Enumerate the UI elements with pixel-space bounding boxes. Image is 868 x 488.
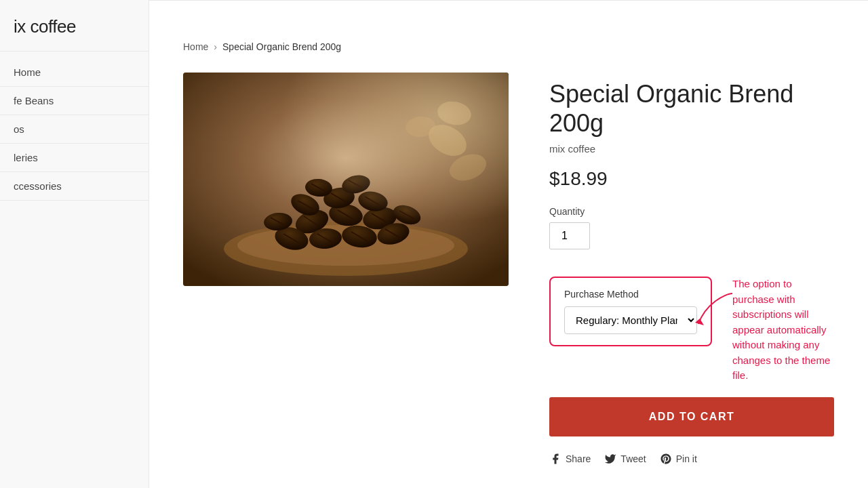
facebook-share-label: Share — [566, 453, 591, 464]
site-logo: ix coffee — [0, 0, 149, 52]
pinterest-share-link[interactable]: Pin it — [660, 453, 697, 465]
breadcrumb-current-page: Special Organic Brend 200g — [222, 41, 341, 52]
sidebar-item-accessories[interactable]: ccessories — [0, 172, 149, 201]
purchase-method-box: Purchase Method Regulary: Monthly Plan O… — [549, 277, 712, 346]
sidebar-item-home[interactable]: Home — [0, 58, 149, 87]
annotation-arrow — [692, 290, 746, 331]
product-image — [183, 73, 509, 286]
twitter-share-link[interactable]: Tweet — [604, 453, 646, 465]
breadcrumb: Home › Special Organic Brend 200g — [183, 41, 834, 52]
product-layout: Special Organic Brend 200g mix coffee $1… — [183, 73, 834, 465]
pinterest-share-label: Pin it — [676, 453, 697, 464]
product-title: Special Organic Brend 200g — [549, 79, 834, 138]
svg-rect-35 — [183, 73, 509, 286]
sidebar-item-coffee-beans[interactable]: fe Beans — [0, 87, 149, 115]
pinterest-icon — [660, 453, 672, 465]
sidebar-item-galleries[interactable]: leries — [0, 144, 149, 172]
product-vendor: mix coffee — [549, 143, 834, 155]
top-divider — [149, 0, 868, 1]
add-to-cart-button[interactable]: ADD TO CART — [549, 397, 834, 436]
breadcrumb-home-link[interactable]: Home — [183, 41, 208, 52]
twitter-share-label: Tweet — [620, 453, 646, 464]
breadcrumb-separator: › — [214, 41, 217, 52]
facebook-share-link[interactable]: Share — [549, 453, 591, 465]
sidebar-item-os[interactable]: os — [0, 115, 149, 144]
svg-marker-36 — [695, 319, 704, 325]
sidebar-nav: Home fe Beans os leries ccessories — [0, 52, 149, 201]
facebook-icon — [549, 453, 561, 465]
twitter-icon — [604, 453, 616, 465]
main-content: Home › Special Organic Brend 200g — [149, 0, 868, 488]
product-details: Special Organic Brend 200g mix coffee $1… — [549, 73, 834, 465]
social-share: Share Tweet Pin it — [549, 453, 834, 465]
purchase-method-select[interactable]: Regulary: Monthly Plan One-time purchase… — [564, 306, 697, 334]
sidebar: ix coffee Home fe Beans os leries ccesso… — [0, 0, 149, 488]
product-price: $18.99 — [549, 168, 834, 190]
quantity-input[interactable] — [549, 222, 590, 249]
product-image-container — [183, 73, 509, 286]
purchase-method-label: Purchase Method — [564, 289, 697, 300]
product-image-svg — [183, 73, 509, 286]
subscription-notice: The option to purchase with subscription… — [732, 277, 834, 384]
quantity-label: Quantity — [549, 206, 834, 217]
